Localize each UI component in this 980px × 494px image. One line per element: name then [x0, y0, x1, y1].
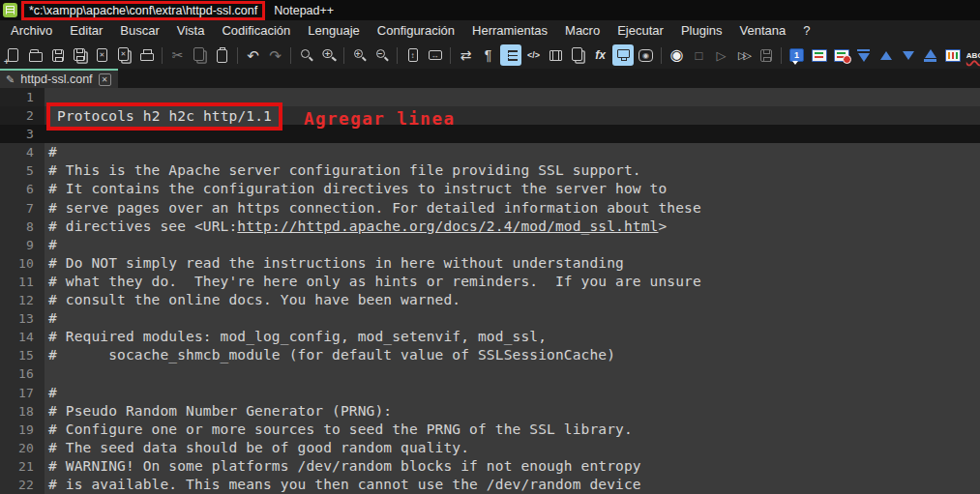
code-line[interactable]: # The seed data should be of good random… — [45, 439, 980, 457]
line-number[interactable]: 21 — [0, 457, 45, 476]
menu-item-codificacin[interactable]: Codificación — [213, 20, 299, 42]
replace-icon[interactable] — [317, 44, 340, 67]
sync-horizontal-scroll-icon[interactable]: ↔ — [424, 44, 446, 67]
run-macro-multiple-icon[interactable]: ▷▷ — [732, 44, 755, 67]
tab-close-icon[interactable]: ✕ — [99, 73, 111, 86]
menu-item-configuracin[interactable]: Configuración — [369, 20, 463, 42]
goto-last-icon[interactable] — [919, 44, 941, 67]
url-link[interactable]: http://httpd.apache.org/docs/2.4/mod/mod… — [237, 218, 658, 234]
code-line[interactable]: # Configure one or more sources to seed … — [45, 421, 980, 439]
eye-monitor-icon[interactable]: ◉ — [635, 44, 657, 67]
code-line[interactable]: # It contains the configuration directiv… — [45, 180, 980, 198]
word-wrap-icon[interactable]: ⇄ — [455, 44, 477, 67]
line-number[interactable]: 12 — [0, 291, 45, 309]
line-number[interactable]: 17 — [0, 384, 45, 402]
code-line[interactable]: # — [45, 309, 980, 328]
copy-icon[interactable] — [189, 44, 211, 67]
print-icon[interactable] — [135, 44, 158, 67]
record-macro-icon[interactable]: ◉ — [666, 44, 688, 67]
show-symbol-icon[interactable]: </> — [522, 44, 545, 67]
undo-icon[interactable]: ↶ — [242, 44, 264, 67]
line-number[interactable]: 4 — [0, 143, 45, 161]
indent-guide-icon[interactable] — [500, 44, 521, 66]
line-number[interactable]: 9 — [0, 236, 45, 254]
bookmark-clear-icon[interactable] — [830, 44, 852, 67]
spell-check-icon[interactable]: ABC — [964, 44, 980, 67]
menu-item-macro[interactable]: Macro — [556, 20, 609, 42]
goto-next-icon[interactable] — [897, 44, 919, 67]
code-line[interactable]: # — [45, 236, 980, 254]
save-all-icon[interactable] — [69, 44, 91, 67]
line-number[interactable]: 15 — [0, 346, 45, 364]
code-line[interactable]: # Pseudo Random Number Generator (PRNG): — [45, 402, 980, 421]
line-number[interactable]: 10 — [0, 254, 45, 273]
code-line[interactable]: # WARNING! On some platforms /dev/random… — [45, 457, 980, 476]
menu-item-ventana[interactable]: Ventana — [731, 20, 795, 42]
new-file-icon[interactable] — [2, 44, 24, 67]
monitoring-icon[interactable] — [612, 44, 634, 66]
code-line[interactable] — [45, 364, 980, 383]
play-macro-icon[interactable]: ▷ — [710, 44, 732, 67]
editor-area[interactable]: 12Protocols h2 h2c http/1.1Agregar linea… — [0, 88, 980, 494]
code-line[interactable]: # consult the online docs. You have been… — [45, 291, 980, 309]
sync-vertical-scroll-icon[interactable]: ↕ — [401, 44, 424, 67]
line-number[interactable]: 7 — [0, 199, 45, 218]
save-macro-icon[interactable] — [755, 44, 777, 67]
close-file-icon[interactable] — [91, 44, 113, 67]
code-line[interactable]: # socache_shmcb_module (for default valu… — [45, 346, 980, 364]
show-all-characters-icon[interactable]: ¶ — [477, 44, 499, 67]
goto-first-icon[interactable] — [852, 44, 875, 67]
line-number[interactable]: 14 — [0, 328, 45, 346]
function-list-icon[interactable]: fx — [589, 44, 611, 67]
menu-item-buscar[interactable]: Buscar — [111, 20, 167, 42]
line-number[interactable]: 18 — [0, 402, 45, 421]
document-map-icon[interactable] — [545, 44, 567, 67]
bookmark-list-icon[interactable] — [808, 44, 830, 67]
menu-item-ejecutar[interactable]: Ejecutar — [609, 20, 672, 42]
paste-icon[interactable] — [211, 44, 233, 67]
save-icon[interactable] — [46, 44, 69, 67]
stop-macro-icon[interactable]: □ — [688, 44, 710, 67]
zoom-in-icon[interactable] — [348, 44, 371, 67]
menu-item-archivo[interactable]: Archivo — [2, 20, 61, 42]
menu-item-herramientas[interactable]: Herramientas — [463, 20, 556, 42]
zoom-out-icon[interactable] — [371, 44, 393, 67]
line-number[interactable]: 13 — [0, 309, 45, 328]
code-line[interactable]: # directives see <URL:http://httpd.apach… — [45, 218, 980, 236]
line-number[interactable]: 22 — [0, 476, 45, 494]
cut-icon[interactable]: ✂ — [166, 44, 189, 67]
compare-columns-icon[interactable] — [941, 44, 964, 67]
code-line[interactable]: # This is the Apache server configuratio… — [45, 161, 980, 180]
code-line[interactable]: Protocols h2 h2c http/1.1Agregar linea — [45, 106, 980, 125]
line-number[interactable]: 11 — [0, 273, 45, 291]
line-number[interactable]: 20 — [0, 439, 45, 457]
menu-item-editar[interactable]: Editar — [61, 20, 111, 42]
menu-item-?[interactable]: ? — [794, 20, 818, 42]
code-line[interactable]: # — [45, 384, 980, 402]
line-number[interactable]: 1 — [0, 88, 45, 106]
code-line[interactable]: # serve pages over an https connection. … — [45, 199, 980, 218]
menu-item-vista[interactable]: Vista — [168, 20, 214, 42]
line-number[interactable]: 5 — [0, 161, 45, 180]
code-line[interactable]: # is available. This means you then cann… — [45, 476, 980, 494]
find-icon[interactable] — [295, 44, 317, 67]
line-number[interactable]: 8 — [0, 218, 45, 236]
line-number[interactable]: 3 — [0, 125, 45, 143]
code-line[interactable]: # Do NOT simply read the instructions in… — [45, 254, 980, 273]
redo-icon[interactable]: ↷ — [264, 44, 286, 67]
line-number[interactable]: 6 — [0, 180, 45, 198]
document-list-icon[interactable] — [567, 44, 589, 67]
code-line[interactable]: # what they do. They're here only as hin… — [45, 273, 980, 291]
close-all-icon[interactable] — [113, 44, 135, 67]
code-line[interactable]: # Required modules: mod_log_config, mod_… — [45, 328, 980, 346]
line-number[interactable]: 19 — [0, 421, 45, 439]
line-number[interactable]: 16 — [0, 364, 45, 383]
code-line[interactable]: # — [45, 143, 980, 161]
goto-prev-icon[interactable] — [875, 44, 897, 67]
tab-httpd-ssl-conf[interactable]: ✎ httpd-ssl.conf ✕ — [0, 69, 118, 88]
menu-item-lenguaje[interactable]: Lenguaje — [299, 20, 369, 42]
line-number[interactable]: 2 — [0, 106, 45, 125]
bookmark-toggle-icon[interactable]: 1 — [786, 44, 808, 67]
menu-item-plugins[interactable]: Plugins — [672, 20, 731, 42]
open-folder-icon[interactable] — [24, 44, 46, 67]
